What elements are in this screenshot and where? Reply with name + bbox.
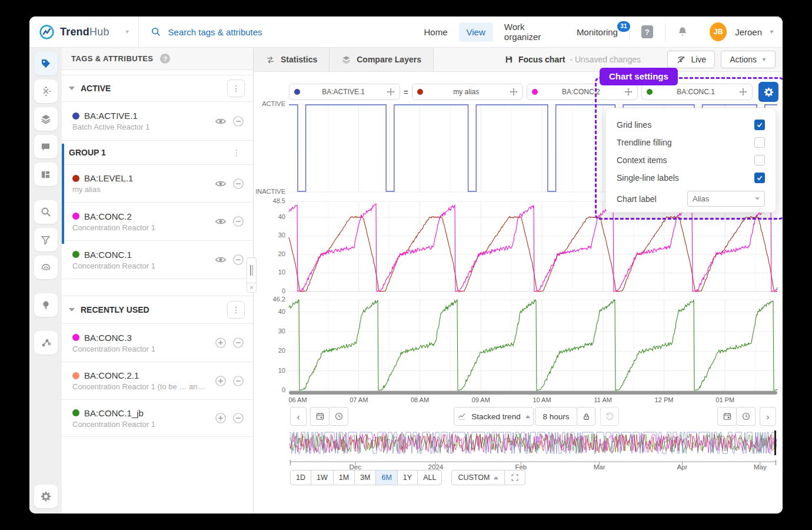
eye-icon[interactable] xyxy=(214,215,227,228)
section-header-recently-used[interactable]: RECENTLY USED ⋮ xyxy=(62,296,253,324)
range-1m-button[interactable]: 1M xyxy=(333,470,355,485)
add-circle-icon[interactable] xyxy=(214,375,227,387)
end-date-picker-button[interactable] xyxy=(717,407,737,426)
notifications-button[interactable] xyxy=(677,26,688,38)
global-search xyxy=(139,26,417,38)
pill-color-dot xyxy=(532,89,538,95)
setting-label: Context items xyxy=(617,155,667,165)
remove-circle-icon[interactable] xyxy=(232,215,245,228)
remove-circle-icon[interactable] xyxy=(232,177,245,190)
tag-row-ba-conc-1[interactable]: BA:CONC.1 Concentration Reactor 1 xyxy=(62,241,253,279)
context-items-checkbox[interactable] xyxy=(754,155,765,165)
fit-range-button[interactable] xyxy=(504,470,525,485)
tag-row-ba-conc-2-1[interactable]: BA:CONC.2.1 Concentration Reactor 1 (to … xyxy=(62,362,253,400)
move-icon[interactable] xyxy=(387,88,395,96)
time-axis-scrollbar[interactable] xyxy=(289,391,777,395)
rail-context-graph-button[interactable] xyxy=(34,331,58,355)
rail-dashboard-button[interactable] xyxy=(34,163,58,186)
nav-item-work-organizer[interactable]: Work organizer xyxy=(497,17,565,47)
tag-row-ba-conc-2[interactable]: BA:CONC.2 Concentration Reactor 1 xyxy=(62,203,253,241)
move-icon[interactable] xyxy=(624,88,633,96)
rail-fingerprint-button[interactable] xyxy=(34,256,58,279)
rail-search-button[interactable] xyxy=(34,200,58,224)
axis-tick-label: 20 xyxy=(254,347,285,354)
add-circle-icon[interactable] xyxy=(214,336,227,349)
rail-recommendations-button[interactable] xyxy=(34,293,58,317)
grid-lines-checkbox[interactable] xyxy=(754,120,765,130)
eye-icon[interactable] xyxy=(214,253,227,266)
search-input[interactable] xyxy=(167,26,417,38)
app-logo[interactable]: TrendHub ▼ xyxy=(29,16,138,47)
chevron-up-icon xyxy=(494,476,498,479)
start-date-picker-button[interactable] xyxy=(310,407,330,426)
range-1y-button[interactable]: 1Y xyxy=(397,470,418,485)
custom-range-button[interactable]: CUSTOM xyxy=(451,470,505,485)
nav-item-home[interactable]: Home xyxy=(417,22,455,42)
rail-calculations-button[interactable] xyxy=(34,80,58,103)
section-menu-button[interactable]: ⋮ xyxy=(227,80,245,97)
range-1d-button[interactable]: 1D xyxy=(290,470,311,485)
tag-row-ba-active-1[interactable]: BA:ACTIVE.1 Batch Active Reactor 1 xyxy=(62,102,253,141)
pan-right-button[interactable]: › xyxy=(760,407,776,426)
pill-ba-active-1[interactable]: BA:ACTIVE.1 xyxy=(289,84,400,100)
pill-ba-conc-2[interactable]: BA:CONC.2 xyxy=(527,84,638,100)
monitoring-badge: 31 xyxy=(617,21,630,32)
remove-circle-icon[interactable] xyxy=(232,336,245,349)
tag-row-ba-conc-1-jb[interactable]: BA:CONC.1_jb Concentration Reactor 1 xyxy=(62,400,253,437)
tag-row-ba-level-1[interactable]: BA:LEVEL.1 my alias xyxy=(62,165,253,203)
help-circle-icon[interactable]: ? xyxy=(160,54,170,64)
range-1w-button[interactable]: 1W xyxy=(311,470,334,485)
user-avatar[interactable]: JB xyxy=(710,22,727,41)
pill-label: BA:ACTIVE.1 xyxy=(300,88,387,96)
move-icon[interactable] xyxy=(739,88,747,96)
pill-color-dot xyxy=(294,89,300,95)
pill-my-alias[interactable]: my alias xyxy=(412,84,523,100)
tag-row-ba-conc-3[interactable]: BA:CONC.3 Concentration Reactor 1 xyxy=(62,324,253,362)
rail-tags-button[interactable] xyxy=(34,52,58,75)
rail-settings-button[interactable] xyxy=(34,485,58,508)
nav-item-monitoring[interactable]: Monitoring 31 xyxy=(569,22,625,42)
single-line-labels-checkbox[interactable] xyxy=(754,173,765,183)
remove-circle-icon[interactable] xyxy=(232,412,245,425)
panel-resize-handle[interactable] xyxy=(247,257,257,283)
eye-icon[interactable] xyxy=(214,177,227,190)
section-header-active[interactable]: ACTIVE ⋮ xyxy=(62,75,253,102)
rail-filter-button[interactable] xyxy=(34,228,58,251)
overview-strip[interactable] xyxy=(289,430,777,455)
rail-layers-button[interactable] xyxy=(34,107,58,131)
nav-item-view[interactable]: View xyxy=(459,22,493,42)
view-mode-dropdown[interactable]: Stacked trend xyxy=(454,407,534,426)
duration-button[interactable]: 8 hours xyxy=(535,407,577,426)
trendline-filling-checkbox[interactable] xyxy=(754,137,765,148)
remove-circle-icon[interactable] xyxy=(232,253,245,266)
section-header-group1[interactable]: GROUP 1 ⋮ xyxy=(62,141,253,165)
group-menu-button[interactable]: ⋮ xyxy=(228,148,245,157)
lock-duration-button[interactable] xyxy=(577,407,595,426)
user-menu-caret-icon[interactable]: ▼ xyxy=(769,29,774,35)
logo-caret-icon[interactable]: ▼ xyxy=(125,29,130,35)
range-6m-button[interactable]: 6M xyxy=(375,470,397,485)
trendhub-logo-icon xyxy=(39,24,55,40)
trend-chart-canvas[interactable] xyxy=(254,48,783,401)
move-icon[interactable] xyxy=(510,88,518,96)
pill-ba-conc-1[interactable]: BA:CONC.1 xyxy=(641,84,753,100)
range-3m-button[interactable]: 3M xyxy=(354,470,376,485)
section-label: ACTIVE xyxy=(81,84,111,93)
pan-left-button[interactable]: ‹ xyxy=(290,407,307,426)
section-menu-button[interactable]: ⋮ xyxy=(227,301,245,319)
panel-collapse-button[interactable]: × xyxy=(247,283,257,293)
axis-tick-label: 12 PM xyxy=(648,396,681,403)
chart-label-select[interactable]: Alias xyxy=(687,191,765,207)
end-time-picker-button[interactable] xyxy=(736,407,756,426)
remove-circle-icon[interactable] xyxy=(232,375,245,387)
history-back-button[interactable] xyxy=(600,407,619,426)
help-icon[interactable]: ? xyxy=(641,25,653,38)
rail-comments-button[interactable] xyxy=(34,135,58,158)
range-all-button[interactable]: ALL xyxy=(417,470,442,485)
add-circle-icon[interactable] xyxy=(214,412,227,425)
tag-description: Batch Active Reactor 1 xyxy=(72,122,150,131)
chart-settings-button[interactable] xyxy=(758,82,778,102)
eye-icon[interactable] xyxy=(214,115,227,128)
remove-circle-icon[interactable] xyxy=(232,115,245,128)
start-time-picker-button[interactable] xyxy=(329,407,348,426)
